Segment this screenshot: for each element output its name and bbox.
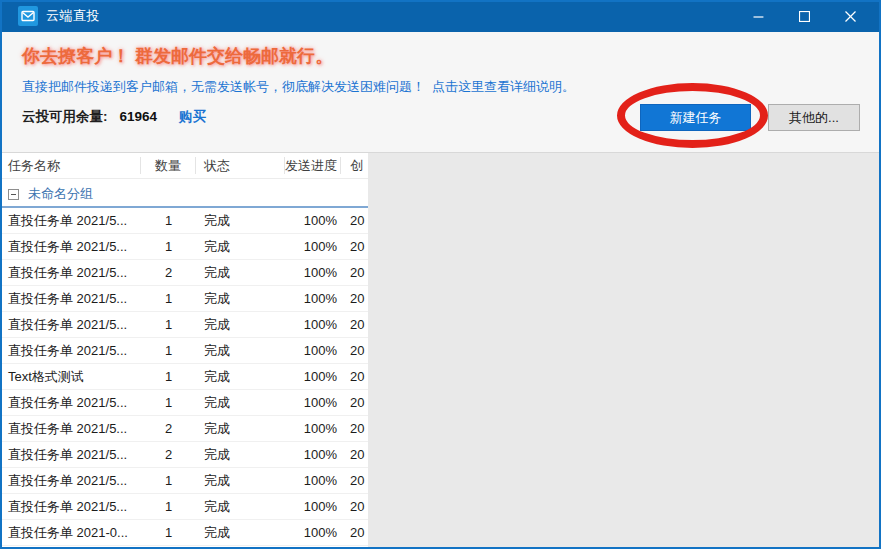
- task-status-cell: 完成: [196, 238, 285, 256]
- task-created-cell: 20: [341, 473, 368, 488]
- table-row[interactable]: 直投任务单 2021/5... 1 完成 100% 20: [2, 286, 368, 312]
- task-progress-cell: 100%: [285, 291, 341, 306]
- promo-headline: 你去撩客户！ 群发邮件交给畅邮就行。: [22, 44, 333, 68]
- table-row[interactable]: 直投任务单 2021/5... 1 完成 100% 20: [2, 468, 368, 494]
- task-name-cell: 直投任务单 2021/5...: [2, 394, 141, 412]
- task-status-cell: 完成: [196, 446, 285, 464]
- envelope-icon: [18, 6, 38, 26]
- details-link[interactable]: 点击这里查看详细说明。: [432, 79, 575, 94]
- collapse-icon[interactable]: [8, 189, 19, 200]
- task-name-cell: 直投任务单 2021/5...: [2, 316, 141, 334]
- task-created-cell: 20: [341, 395, 368, 410]
- task-qty-cell: 1: [141, 343, 196, 358]
- titlebar: 云端直投: [0, 0, 881, 32]
- balance-value: 61964: [120, 109, 158, 124]
- task-status-cell: 完成: [196, 420, 285, 438]
- task-progress-cell: 100%: [285, 239, 341, 254]
- maximize-button[interactable]: [781, 0, 827, 32]
- task-qty-cell: 1: [141, 291, 196, 306]
- task-qty-cell: 1: [141, 369, 196, 384]
- task-status-cell: 完成: [196, 316, 285, 334]
- task-status-cell: 完成: [196, 472, 285, 490]
- task-qty-cell: 2: [141, 265, 196, 280]
- task-progress-cell: 100%: [285, 499, 341, 514]
- task-qty-cell: 1: [141, 499, 196, 514]
- window-title: 云端直投: [46, 7, 100, 25]
- task-name-cell: 直投任务单 2021/5...: [2, 420, 141, 438]
- table-header: 任务名称 数量 状态 发送进度 创: [2, 153, 368, 179]
- table-row[interactable]: 直投任务单 2021/5... 1 完成 100% 20: [2, 312, 368, 338]
- task-created-cell: 20: [341, 291, 368, 306]
- close-button[interactable]: [827, 0, 873, 32]
- table-row[interactable]: 直投任务单 2021/5... 2 完成 100% 20: [2, 260, 368, 286]
- task-name-cell: 直投任务单 2021-0...: [2, 524, 141, 542]
- minimize-button[interactable]: [735, 0, 781, 32]
- task-created-cell: 20: [341, 421, 368, 436]
- task-name-cell: 直投任务单 2021/5...: [2, 264, 141, 282]
- task-status-cell: 完成: [196, 342, 285, 360]
- group-row[interactable]: 未命名分组: [2, 182, 368, 208]
- table-row[interactable]: 直投任务单 2021/5... 1 完成 100% 20: [2, 390, 368, 416]
- task-created-cell: 20: [341, 499, 368, 514]
- column-header-created[interactable]: 创: [341, 157, 368, 174]
- column-header-qty[interactable]: 数量: [141, 157, 196, 174]
- task-progress-cell: 100%: [285, 265, 341, 280]
- task-status-cell: 完成: [196, 394, 285, 412]
- table-row[interactable]: Text格式测试 1 完成 100% 20: [2, 364, 368, 390]
- group-label: 未命名分组: [28, 185, 93, 203]
- table-row[interactable]: 直投任务单 2021/5... 1 完成 100% 20: [2, 234, 368, 260]
- balance-line: 云投可用余量: 61964 购买: [22, 108, 206, 126]
- task-name-cell: 直投任务单 2021/5...: [2, 238, 141, 256]
- buy-link[interactable]: 购买: [179, 108, 206, 126]
- column-header-name[interactable]: 任务名称: [2, 157, 141, 174]
- column-header-progress[interactable]: 发送进度: [285, 157, 341, 174]
- table-row[interactable]: 直投任务单 2021/5... 1 完成 100% 20: [2, 494, 368, 520]
- task-created-cell: 20: [341, 343, 368, 358]
- promo-banner: 你去撩客户！ 群发邮件交给畅邮就行。 直接把邮件投递到客户邮箱，无需发送帐号，彻…: [2, 32, 879, 153]
- task-name-cell: 直投任务单 2021/5...: [2, 342, 141, 360]
- other-button[interactable]: 其他的...: [768, 104, 860, 131]
- promo-subline-text: 直接把邮件投递到客户邮箱，无需发送帐号，彻底解决发送困难问题！: [22, 79, 425, 94]
- task-qty-cell: 1: [141, 395, 196, 410]
- task-status-cell: 完成: [196, 524, 285, 542]
- task-progress-cell: 100%: [285, 395, 341, 410]
- task-created-cell: 20: [341, 369, 368, 384]
- task-created-cell: 20: [341, 525, 368, 540]
- task-progress-cell: 100%: [285, 447, 341, 462]
- task-progress-cell: 100%: [285, 525, 341, 540]
- task-name-cell: 直投任务单 2021/5...: [2, 446, 141, 464]
- balance-label: 云投可用余量:: [22, 108, 108, 126]
- app-window: 云端直投 你去撩客户！ 群发邮件交给畅邮就行。 直接把邮件投递到客户邮箱，无需发…: [0, 0, 881, 549]
- task-status-cell: 完成: [196, 212, 285, 230]
- task-qty-cell: 2: [141, 447, 196, 462]
- task-progress-cell: 100%: [285, 421, 341, 436]
- task-progress-cell: 100%: [285, 473, 341, 488]
- task-name-cell: 直投任务单 2021/5...: [2, 498, 141, 516]
- table-row[interactable]: 直投任务单 2021/5... 2 完成 100% 20: [2, 442, 368, 468]
- task-created-cell: 20: [341, 213, 368, 228]
- task-name-cell: 直投任务单 2021/5...: [2, 212, 141, 230]
- task-status-cell: 完成: [196, 368, 285, 386]
- task-table: 任务名称 数量 状态 发送进度 创 未命名分组 直投任务单 2021/5... …: [2, 153, 368, 547]
- table-row[interactable]: 直投任务单 2021/5... 1 完成 100% 20: [2, 338, 368, 364]
- task-status-cell: 完成: [196, 498, 285, 516]
- task-progress-cell: 100%: [285, 369, 341, 384]
- task-name-cell: 直投任务单 2021/5...: [2, 290, 141, 308]
- table-row[interactable]: 直投任务单 2021-0... 1 完成 100% 20: [2, 520, 368, 546]
- task-qty-cell: 1: [141, 317, 196, 332]
- task-created-cell: 20: [341, 447, 368, 462]
- task-name-cell: 直投任务单 2021/5...: [2, 472, 141, 490]
- detail-panel-empty: [368, 153, 879, 547]
- task-rows: 直投任务单 2021/5... 1 完成 100% 20 直投任务单 2021/…: [2, 208, 368, 546]
- task-qty-cell: 1: [141, 213, 196, 228]
- column-header-status[interactable]: 状态: [196, 157, 285, 174]
- window-controls: [735, 0, 873, 32]
- task-qty-cell: 1: [141, 239, 196, 254]
- table-row[interactable]: 直投任务单 2021/5... 2 完成 100% 20: [2, 416, 368, 442]
- new-task-button[interactable]: 新建任务: [640, 104, 751, 131]
- task-progress-cell: 100%: [285, 317, 341, 332]
- task-status-cell: 完成: [196, 264, 285, 282]
- task-created-cell: 20: [341, 265, 368, 280]
- table-row[interactable]: 直投任务单 2021/5... 1 完成 100% 20: [2, 208, 368, 234]
- promo-subline: 直接把邮件投递到客户邮箱，无需发送帐号，彻底解决发送困难问题！点击这里查看详细说…: [22, 78, 575, 96]
